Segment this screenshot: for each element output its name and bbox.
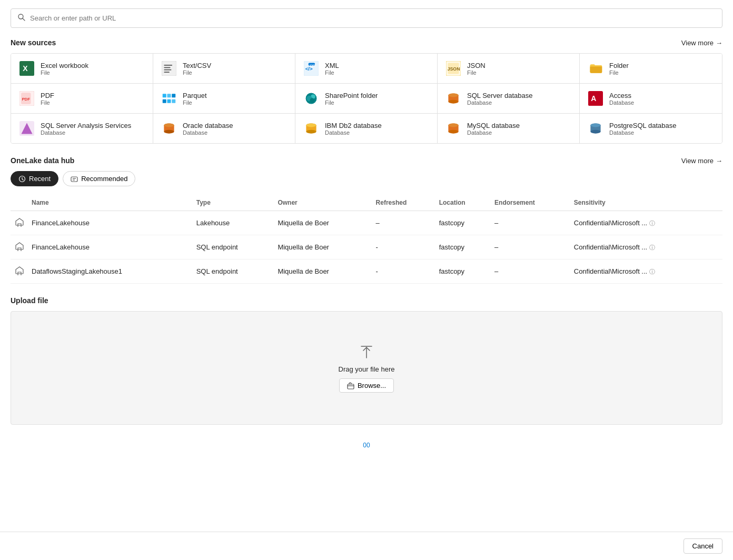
onelake-title: OneLake data hub: [11, 156, 74, 165]
ssas-icon: [18, 120, 35, 137]
upload-section: Upload file Drag your file here Browse..…: [11, 296, 722, 425]
col-owner[interactable]: Owner: [278, 195, 375, 211]
svg-rect-6: [164, 67, 170, 68]
upload-dropzone[interactable]: Drag your file here Browse...: [11, 311, 722, 425]
browse-icon: [347, 382, 354, 389]
search-bar[interactable]: [11, 8, 722, 28]
row-icon: [11, 235, 32, 259]
source-oracle[interactable]: Oracle database Database: [153, 114, 295, 143]
svg-point-43: [306, 130, 316, 134]
source-ibm[interactable]: IBM Db2 database Database: [295, 114, 438, 143]
source-json[interactable]: JSON JSON File: [438, 54, 580, 84]
table-row[interactable]: DataflowsStagingLakehouse1 SQL endpoint …: [11, 259, 722, 284]
svg-rect-23: [167, 99, 171, 103]
new-sources-header: New sources View more →: [11, 38, 722, 47]
source-xml[interactable]: </> XML XML File: [295, 54, 438, 84]
source-mysql[interactable]: MySQL database Database: [438, 114, 580, 143]
svg-point-31: [448, 100, 458, 104]
svg-text:PDF: PDF: [22, 97, 30, 102]
row-sensitivity: Confidential\Microsoft ... ⓘ: [574, 259, 722, 284]
col-refreshed[interactable]: Refreshed: [376, 195, 439, 211]
table-row[interactable]: FinanceLakehouse SQL endpoint Miquella d…: [11, 235, 722, 259]
recent-icon: [18, 175, 26, 183]
browse-button[interactable]: Browse...: [339, 378, 394, 393]
svg-rect-8: [164, 72, 170, 73]
svg-rect-59: [348, 384, 354, 389]
col-icon: [11, 195, 32, 211]
svg-text:X: X: [23, 64, 28, 73]
col-endorsement[interactable]: Endorsement: [494, 195, 574, 211]
sqlserver-icon: [445, 90, 462, 107]
row-location: fastcopy: [439, 211, 494, 235]
pdf-icon: PDF: [18, 90, 35, 107]
tab-recent[interactable]: Recent: [11, 171, 58, 186]
upload-header: Upload file: [11, 296, 722, 305]
row-type: Lakehouse: [196, 211, 278, 235]
folder-icon: [587, 60, 604, 77]
svg-rect-24: [172, 99, 175, 103]
svg-point-47: [448, 130, 458, 134]
arrow-right-icon: →: [716, 157, 722, 165]
svg-point-51: [590, 130, 600, 134]
recommended-icon: [71, 175, 78, 183]
row-refreshed: -: [376, 259, 439, 284]
json-icon: JSON: [445, 60, 462, 77]
source-excel[interactable]: X Excel workbook File: [11, 54, 153, 84]
svg-point-32: [448, 93, 458, 97]
ibm-icon: [303, 120, 320, 137]
access-icon: A: [587, 90, 604, 107]
row-name: DataflowsStagingLakehouse1: [32, 259, 196, 284]
drag-text: Drag your file here: [339, 365, 395, 373]
search-icon: [17, 13, 26, 23]
source-textcsv[interactable]: Text/CSV File: [153, 54, 295, 84]
source-sqlserver[interactable]: SQL Server database Database: [438, 84, 580, 114]
row-sensitivity: Confidential\Microsoft ... ⓘ: [574, 211, 722, 235]
onelake-section: OneLake data hub View more → Recent: [11, 156, 722, 284]
row-endorsement: –: [494, 211, 574, 235]
source-sharepoint[interactable]: SharePoint folder File: [295, 84, 438, 114]
svg-rect-21: [172, 94, 175, 97]
postgres-icon: [587, 120, 604, 137]
svg-rect-5: [164, 65, 172, 66]
row-refreshed: -: [376, 235, 439, 259]
col-location[interactable]: Location: [439, 195, 494, 211]
svg-rect-22: [163, 99, 166, 103]
row-refreshed: –: [376, 211, 439, 235]
col-sensitivity[interactable]: Sensitivity: [574, 195, 722, 211]
row-owner: Miquella de Boer: [278, 211, 375, 235]
new-sources-view-more[interactable]: View more →: [681, 39, 722, 47]
sharepoint-icon: [303, 90, 320, 107]
excel-icon: X: [18, 60, 35, 77]
source-parquet[interactable]: Parquet File: [153, 84, 295, 114]
xml-icon: </> XML: [303, 60, 320, 77]
tab-buttons: Recent Recommended: [11, 171, 722, 186]
cancel-button[interactable]: Cancel: [684, 538, 722, 554]
row-owner: Miquella de Boer: [278, 235, 375, 259]
row-type: SQL endpoint: [196, 235, 278, 259]
mysql-icon: [445, 120, 462, 137]
svg-rect-20: [167, 94, 171, 97]
svg-point-52: [590, 123, 600, 127]
onelake-view-more[interactable]: View more →: [681, 157, 722, 165]
svg-text:</>: </>: [305, 66, 313, 72]
onelake-table: Name Type Owner Refreshed Location Endor…: [11, 195, 722, 284]
svg-point-28: [310, 98, 314, 103]
source-ssas[interactable]: SQL Server Analysis Services Database: [11, 114, 153, 143]
row-name: FinanceLakehouse: [32, 235, 196, 259]
new-sources-title: New sources: [11, 38, 56, 47]
col-name[interactable]: Name: [32, 195, 196, 211]
page-number: 00: [11, 437, 722, 453]
source-pdf[interactable]: PDF PDF File: [11, 84, 153, 114]
table-row[interactable]: FinanceLakehouse Lakehouse Miquella de B…: [11, 211, 722, 235]
oracle-icon: [161, 120, 177, 137]
svg-point-48: [448, 123, 458, 127]
svg-point-40: [164, 123, 174, 127]
search-input[interactable]: [30, 14, 716, 22]
svg-text:JSON: JSON: [448, 66, 460, 72]
source-access[interactable]: A Access Database: [580, 84, 722, 114]
col-type[interactable]: Type: [196, 195, 278, 211]
source-folder[interactable]: Folder File: [580, 54, 722, 84]
source-postgres[interactable]: PostgreSQL database Database: [580, 114, 722, 143]
svg-rect-54: [71, 177, 77, 182]
tab-recommended[interactable]: Recommended: [63, 171, 135, 186]
